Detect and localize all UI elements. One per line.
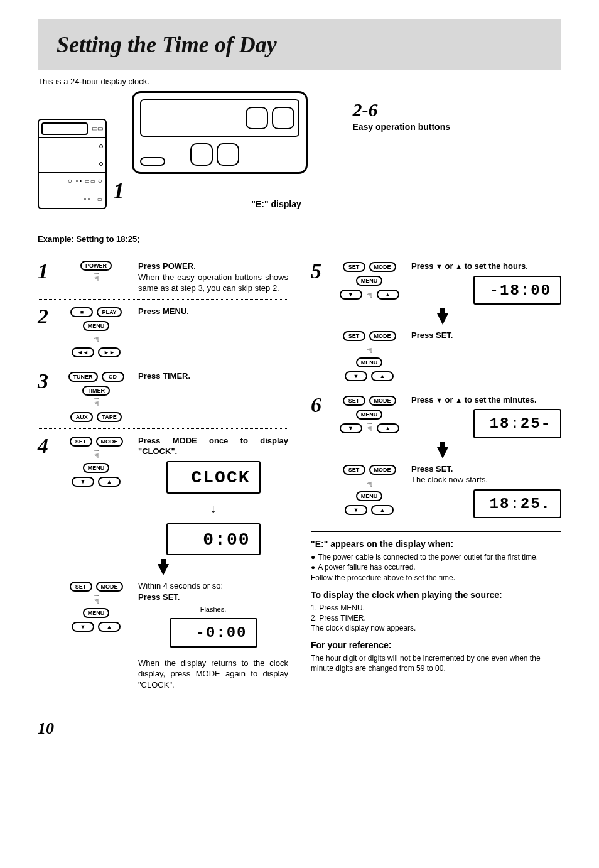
step-4b-icons: SET MODE ☟ MENU ▼ ▲ — [62, 580, 131, 633]
step-5-set-icons: SET MODE ☟ MENU ▼ ▲ — [335, 330, 404, 382]
finger-icon: ☟ — [93, 449, 100, 460]
step-3-icons: TUNER CD TIMER ☟ AUX TAPE — [62, 371, 131, 423]
step-4-head: Press MODE once to display "CLOCK". — [138, 435, 288, 457]
up-button-icon: ▲ — [377, 423, 399, 433]
instruction-columns: 1 POWER ☟ Press POWER. When the easy ope… — [38, 249, 561, 694]
reference-head: For your reference: — [311, 639, 561, 651]
mode-button-icon: MODE — [96, 437, 123, 447]
up-button-icon: ▲ — [98, 622, 121, 632]
finger-icon: ☟ — [93, 272, 100, 283]
play-button-icon: PLAY — [97, 307, 121, 317]
step-6-set: SET MODE ☟ MENU ▼ ▲ Press SET. The clock… — [311, 464, 561, 522]
step-1-body: When the easy operation buttons shows sa… — [138, 273, 288, 293]
easy-operation-buttons-label: Easy operation buttons — [352, 122, 450, 132]
tuner-button-icon: TUNER — [68, 372, 98, 382]
step-5-set-head: Press SET. — [411, 330, 561, 341]
txt: to set the minutes. — [462, 395, 536, 404]
lcd-000-flash: -0:00 — [170, 618, 257, 647]
down-button-icon: ▼ — [72, 622, 94, 632]
step-5-set: SET MODE ☟ MENU ▼ ▲ Press SET. — [311, 330, 561, 382]
set-button-icon: SET — [70, 437, 92, 447]
step-4b: SET MODE ☟ MENU ▼ ▲ Within 4 seconds or … — [38, 580, 288, 690]
right-column: 5 SET MODE MENU ▼ ☟ ▲ Press ▼ or ▲ to se… — [311, 249, 561, 694]
press-set-label: Press SET. — [138, 592, 288, 603]
stereo-stack-illustration: ▭▭ ⊙ ∘∘ ▭▭ ⊙ ∘∘ ▭ — [38, 119, 107, 209]
step-6-head: Press ▼ or ▲ to set the minutes. — [411, 394, 561, 406]
e-display-callout: "E:" display — [245, 199, 308, 209]
e-bullet-2: A power failure has occurred. — [318, 562, 415, 572]
step-6-set-body: The clock now starts. — [411, 475, 488, 484]
e-appears-note: "E:" appears on the display when: ●The p… — [311, 538, 561, 582]
top-diagram-area: ▭▭ ⊙ ∘∘ ▭▭ ⊙ ∘∘ ▭ 1 2-6 Easy operation b… — [38, 91, 561, 209]
example-label: Example: — [38, 234, 74, 244]
step-6-icons: SET MODE MENU ▼ ☟ ▲ — [335, 394, 404, 435]
step-2-icons: ■ PLAY MENU ☟ ◄◄ ►► — [62, 306, 131, 359]
arrow-down-icon — [158, 564, 169, 575]
step-3: 3 TUNER CD TIMER ☟ AUX TAPE Press TIMER. — [38, 371, 288, 423]
down-button-icon: ▼ — [340, 290, 362, 300]
rew-button-icon: ◄◄ — [72, 347, 94, 357]
step-6: 6 SET MODE MENU ▼ ☟ ▲ Press ▼ or ▲ to se… — [311, 394, 561, 442]
lcd-1825-flash: 18:25- — [473, 409, 561, 438]
set-button-icon: SET — [343, 465, 365, 475]
step-number: 6 — [311, 394, 327, 416]
step-3-head: Press TIMER. — [138, 371, 288, 382]
lcd-clock: CLOCK — [166, 461, 261, 494]
up-button-icon: ▲ — [371, 505, 394, 515]
step-number: 4 — [38, 435, 54, 457]
down-button-icon: ▼ — [72, 477, 94, 487]
finger-icon: ☟ — [93, 594, 100, 605]
menu-button-icon: MENU — [83, 608, 110, 618]
mode-button-icon: MODE — [369, 262, 396, 272]
arrow-down-icon — [437, 447, 448, 458]
triangle-up-icon: ▲ — [455, 262, 462, 271]
stop-button-icon: ■ — [70, 307, 93, 317]
bullet-icon: ● — [311, 562, 315, 572]
e-bullet-1: The power cable is connected to the powe… — [318, 552, 538, 562]
finger-icon: ☟ — [93, 332, 100, 344]
step-5: 5 SET MODE MENU ▼ ☟ ▲ Press ▼ or ▲ to se… — [311, 261, 561, 308]
up-button-icon: ▲ — [371, 371, 394, 381]
step-number: 1 — [38, 261, 54, 282]
txt: Press — [411, 395, 436, 404]
aux-button-icon: AUX — [70, 412, 93, 422]
ff-button-icon: ►► — [98, 347, 121, 357]
step-5-head: Press ▼ or ▲ to set the hours. — [411, 261, 561, 272]
display-clock-step-2: 2. Press TIMER. — [311, 613, 561, 623]
menu-button-icon: MENU — [83, 321, 110, 331]
mode-button-icon: MODE — [96, 582, 123, 592]
down-button-icon: ▼ — [345, 505, 367, 515]
txt: to set the hours. — [462, 261, 528, 271]
step-2-head: Press MENU. — [138, 306, 288, 317]
step-2: 2 ■ PLAY MENU ☟ ◄◄ ►► Press MENU. — [38, 306, 288, 359]
menu-button-icon: MENU — [83, 463, 110, 473]
step-1-icons: POWER ☟ — [62, 261, 131, 283]
page-title: Setting the Time of Day — [57, 31, 549, 58]
step-6-set-icons: SET MODE ☟ MENU ▼ ▲ — [335, 464, 404, 516]
finger-icon: ☟ — [366, 422, 373, 433]
display-clock-foot: The clock display now appears. — [311, 623, 561, 633]
lcd-1800: -18:00 — [473, 276, 561, 305]
finger-icon: ☟ — [93, 397, 100, 408]
mode-button-icon: MODE — [369, 396, 396, 406]
triangle-up-icon: ▲ — [455, 396, 462, 405]
up-button-icon: ▲ — [98, 477, 121, 487]
e-foot: Follow the procedure above to set the ti… — [311, 573, 561, 583]
diagram-range-marker: 2-6 — [352, 99, 450, 121]
title-band: Setting the Time of Day — [38, 19, 561, 70]
step-4-icons: SET MODE ☟ MENU ▼ ▲ — [62, 435, 131, 488]
up-button-icon: ▲ — [377, 290, 399, 300]
finger-icon: ☟ — [366, 477, 373, 489]
set-button-icon: SET — [343, 396, 365, 406]
set-button-icon: SET — [343, 331, 365, 341]
within-label: Within 4 seconds or so: — [138, 581, 223, 590]
down-button-icon: ▼ — [345, 371, 367, 381]
display-clock-head: To display the clock when playing the so… — [311, 589, 561, 601]
down-button-icon: ▼ — [340, 423, 362, 433]
txt: Press — [411, 261, 436, 271]
menu-button-icon: MENU — [356, 410, 383, 420]
reference-body: The hour digit or digits will not be inc… — [311, 653, 561, 673]
left-column: 1 POWER ☟ Press POWER. When the easy ope… — [38, 249, 288, 694]
menu-button-icon: MENU — [356, 276, 383, 286]
reference-note: For your reference: The hour digit or di… — [311, 639, 561, 673]
